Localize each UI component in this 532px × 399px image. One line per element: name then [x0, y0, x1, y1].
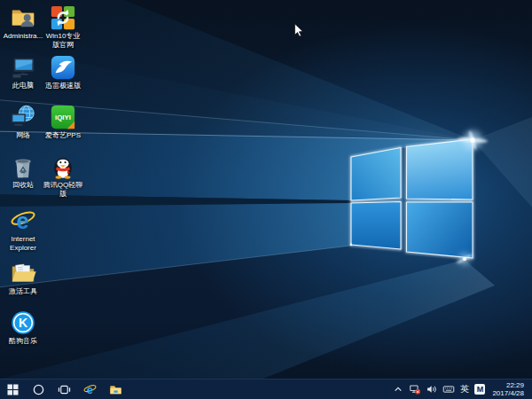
desktop-icon-label: 激活工具 [9, 287, 37, 296]
recycle-bin-icon [10, 153, 36, 180]
chevron-up-icon [392, 383, 404, 395]
language-indicator[interactable]: 英 [457, 379, 472, 399]
taskbar-button-file-explorer[interactable] [103, 379, 129, 399]
svg-text:e: e [16, 208, 28, 233]
network-disconnected-icon [409, 383, 421, 395]
qq-penguin-icon [50, 153, 76, 180]
keyboard-icon [442, 383, 455, 395]
desktop-icon-network[interactable]: 网络 [3, 104, 43, 140]
desktop-icon-recycle-bin[interactable]: 回收站 [3, 153, 43, 190]
desktop-icon-label: 爱奇艺PPS [45, 131, 81, 140]
win10-refresh-icon [50, 4, 76, 31]
desktop-icon-label: Win10专业版官网 [43, 32, 83, 49]
xunlei-bird-icon [50, 54, 76, 81]
desktop-icon-qq-light[interactable]: 腾讯QQ轻聊版 [43, 153, 83, 198]
taskbar-button-cortana-search[interactable] [26, 379, 51, 399]
network-globe-icon [10, 104, 36, 130]
desktop-icon-internet-explorer[interactable]: e Internet Explorer [3, 207, 43, 252]
tray-network-status[interactable] [406, 379, 423, 399]
kugou-icon: K [10, 309, 36, 336]
desktop-icon-win10-pro-site[interactable]: Win10专业版官网 [43, 4, 83, 49]
desktop-icon-label: 回收站 [12, 181, 34, 190]
task-view-icon [58, 383, 71, 396]
desktop-icon-administrator[interactable]: Administra... [3, 4, 43, 41]
desktop-icon-label: 酷狗音乐 [9, 337, 37, 346]
desktop: Administra... Win10专业版官网 此电脑 迅雷极速版 网络 iQ… [0, 0, 532, 399]
explorer-folder-icon [109, 383, 122, 396]
monitor-pc-icon [10, 54, 36, 81]
desktop-icon-iqiyi-pps[interactable]: iQIYI 爱奇艺PPS [43, 104, 83, 140]
tray-icons [389, 379, 457, 399]
desktop-icon-kugou-music[interactable]: K 酷狗音乐 [3, 309, 43, 346]
taskbar-button-task-view[interactable] [51, 379, 77, 399]
desktop-icon-label: 迅雷极速版 [45, 82, 81, 90]
svg-text:iQIYI: iQIYI [55, 113, 71, 121]
svg-text:K: K [19, 316, 28, 330]
tray-volume[interactable] [423, 379, 440, 399]
system-tray: 英 M 22:29 2017/4/28 [389, 379, 532, 399]
desktop-icon-activation-tool[interactable]: 激活工具 [3, 260, 43, 296]
taskbar: e 英 M 22:29 2017/4/28 [0, 379, 532, 399]
tray-hidden-icons[interactable] [389, 379, 406, 399]
ie-icon: e [10, 207, 36, 234]
desktop-icon-label: Administra... [4, 32, 43, 41]
desktop-icon-label: 此电脑 [12, 82, 34, 90]
clock-time: 22:29 [492, 381, 524, 389]
user-folder-icon [10, 4, 36, 31]
taskbar-clock[interactable]: 22:29 2017/4/28 [489, 381, 529, 397]
circle-outline-icon [32, 383, 45, 396]
iqiyi-icon: iQIYI [50, 104, 76, 130]
docs-folder-icon [10, 260, 36, 286]
clock-date: 2017/4/28 [492, 389, 524, 397]
taskbar-button-start[interactable] [0, 379, 26, 399]
svg-text:e: e [87, 384, 93, 396]
desktop-icon-label: 腾讯QQ轻聊版 [43, 181, 83, 198]
desktop-icon-label: Internet Explorer [3, 235, 43, 252]
desktop-icon-xunlei[interactable]: 迅雷极速版 [43, 54, 83, 90]
ime-badge[interactable]: M [474, 384, 485, 395]
desktop-icon-label: 网络 [16, 131, 30, 140]
ie-small-icon: e [83, 383, 97, 396]
speaker-icon [426, 383, 438, 395]
windows-flag-icon [6, 383, 20, 396]
desktop-icon-this-pc[interactable]: 此电脑 [3, 54, 43, 90]
taskbar-button-internet-explorer[interactable]: e [77, 379, 103, 399]
taskbar-buttons: e [0, 379, 129, 399]
tray-touch-keyboard[interactable] [440, 379, 457, 399]
